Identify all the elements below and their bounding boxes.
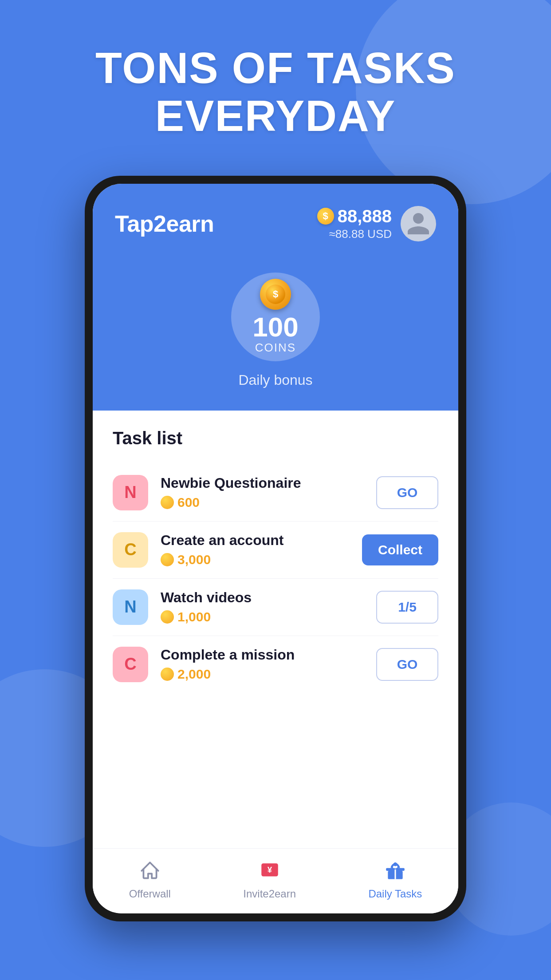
task-item: N Newbie Questionaire 600 GO	[113, 464, 438, 522]
header-right: $ 88,888 ≈88.88 USD	[317, 206, 436, 241]
task-info-4: Complete a mission 2,000	[161, 647, 364, 682]
home-icon	[137, 858, 163, 884]
task-reward-4: 2,000	[161, 667, 364, 682]
task-info-1: Newbie Questionaire 600	[161, 475, 364, 510]
task-item: C Complete a mission 2,000 GO	[113, 636, 438, 693]
task-list-section: Task list N Newbie Questionaire 600 GO C…	[93, 411, 458, 848]
task-list-title: Task list	[113, 428, 438, 448]
task-name-3: Watch videos	[161, 589, 364, 606]
task-reward-2: 3,000	[161, 552, 350, 567]
invite-icon: ¥	[256, 858, 283, 884]
nav-label-daily-tasks: Daily Tasks	[368, 888, 422, 900]
task-icon-4: C	[113, 647, 148, 682]
headline: TONS OF TASKS EVERYDAY	[95, 44, 456, 140]
bottom-nav: Offerwall ¥ Invite2earn	[93, 848, 458, 913]
task-action-btn-2[interactable]: Collect	[362, 534, 438, 565]
task-icon-1: N	[113, 475, 148, 510]
phone-frame: Tap2earn $ 88,888 ≈88.88 USD	[85, 176, 466, 921]
coins-number: 100	[252, 313, 298, 341]
daily-bonus-label: Daily bonus	[238, 372, 312, 388]
svg-text:¥: ¥	[267, 865, 272, 874]
headline-line2: EVERYDAY	[155, 91, 396, 140]
task-info-3: Watch videos 1,000	[161, 589, 364, 624]
nav-item-invite2earn[interactable]: ¥ Invite2earn	[243, 858, 296, 900]
task-name-2: Create an account	[161, 532, 350, 549]
nav-item-daily-tasks[interactable]: Daily Tasks	[368, 858, 422, 900]
reward-coin-icon	[161, 553, 174, 566]
gift-icon	[382, 858, 409, 884]
avatar[interactable]	[401, 206, 436, 241]
phone-screen: Tap2earn $ 88,888 ≈88.88 USD	[93, 184, 458, 913]
app-logo: Tap2earn	[115, 210, 214, 237]
coin-icon-small: $	[317, 208, 334, 225]
reward-coin-icon	[161, 496, 174, 509]
task-icon-2: C	[113, 532, 148, 568]
task-name-1: Newbie Questionaire	[161, 475, 364, 491]
task-name-4: Complete a mission	[161, 647, 364, 663]
task-action-btn-1[interactable]: GO	[376, 476, 438, 509]
daily-bonus-coin-circle[interactable]: $ 100 COINS	[231, 273, 320, 361]
task-reward-1: 600	[161, 495, 364, 510]
reward-coin-icon	[161, 668, 174, 681]
nav-item-offerwall[interactable]: Offerwall	[129, 858, 171, 900]
balance-amount: 88,888	[338, 206, 392, 226]
task-action-btn-4[interactable]: GO	[376, 648, 438, 681]
svg-text:$: $	[273, 288, 278, 300]
task-reward-3: 1,000	[161, 609, 364, 624]
big-coin-icon: $	[260, 279, 291, 310]
task-action-btn-3[interactable]: 1/5	[376, 591, 438, 624]
task-icon-3: N	[113, 589, 148, 625]
coins-label: COINS	[255, 341, 296, 355]
headline-line1: TONS OF TASKS	[95, 43, 456, 92]
task-info-2: Create an account 3,000	[161, 532, 350, 567]
coin-amount: $ 88,888	[317, 206, 392, 226]
task-items-container: N Newbie Questionaire 600 GO C Create an…	[113, 464, 438, 693]
daily-bonus-section: $ 100 COINS Daily bonus	[93, 255, 458, 411]
coin-balance: $ 88,888 ≈88.88 USD	[317, 206, 392, 241]
app-header: Tap2earn $ 88,888 ≈88.88 USD	[93, 184, 458, 255]
task-item: N Watch videos 1,000 1/5	[113, 579, 438, 636]
task-item: C Create an account 3,000 Collect	[113, 522, 438, 579]
reward-coin-icon	[161, 610, 174, 624]
nav-label-invite2earn: Invite2earn	[243, 888, 296, 900]
nav-label-offerwall: Offerwall	[129, 888, 171, 900]
coin-usd: ≈88.88 USD	[317, 227, 392, 241]
